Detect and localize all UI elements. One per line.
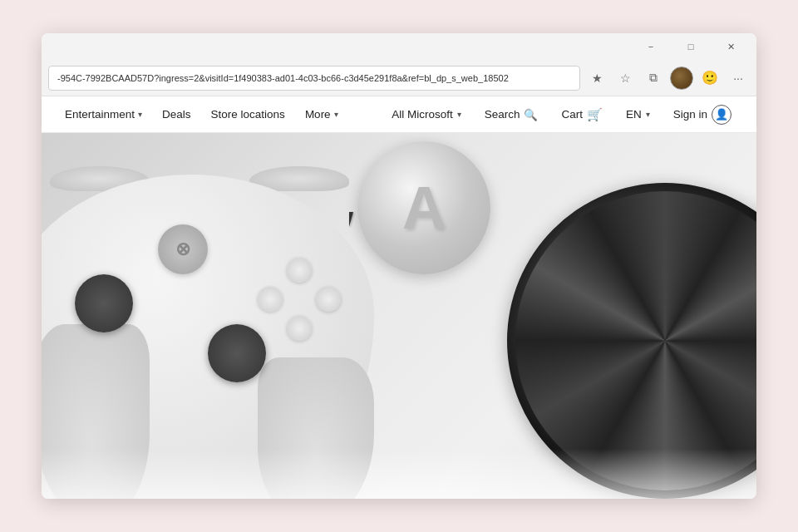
nav-cart[interactable]: Cart 🛒: [549, 96, 614, 133]
screenshot-icon[interactable]: ⧉: [642, 66, 665, 90]
controller-y-button: [287, 258, 312, 283]
all-microsoft-chevron-icon: ▾: [457, 110, 461, 119]
nav-deals[interactable]: Deals: [152, 96, 201, 133]
hero-section: A ⊗: [42, 133, 756, 499]
nav-sign-in[interactable]: Sign in 👤: [662, 96, 743, 133]
nav-left: Entertainment ▾ Deals Store locations Mo…: [55, 96, 380, 133]
xbox-center-button: ⊗: [158, 224, 208, 274]
nav-right: All Microsoft ▾ Search 🔍 Cart 🛒 EN ▾ Sig…: [380, 96, 743, 133]
controller-a-button: [287, 316, 312, 341]
address-bar: -954C-7992BCAAD57D?ingress=2&visitId=1f4…: [42, 60, 756, 96]
content-area: A ⊗: [42, 133, 756, 499]
favorites-icon[interactable]: ★: [585, 66, 608, 90]
close-button[interactable]: ✕: [712, 33, 750, 60]
nav-language[interactable]: EN ▾: [614, 96, 662, 133]
title-bar: − □ ✕: [42, 33, 756, 60]
cart-icon: 🛒: [587, 107, 603, 122]
profile-avatar[interactable]: [670, 66, 693, 90]
entertainment-chevron-icon: ▾: [138, 110, 142, 119]
thumbstick-left: [75, 274, 133, 332]
settings-more-icon[interactable]: ···: [727, 66, 750, 90]
reading-list-icon[interactable]: ☆: [613, 66, 637, 90]
minimize-button[interactable]: −: [632, 33, 670, 60]
nav-search[interactable]: Search 🔍: [473, 96, 550, 133]
controller-b-button: [316, 287, 341, 312]
nav-bar: Entertainment ▾ Deals Store locations Mo…: [42, 96, 756, 133]
browser-window: − □ ✕ -954C-7992BCAAD57D?ingress=2&visit…: [42, 33, 756, 499]
url-text: -954C-7992BCAAD57D?ingress=2&visitId=1f4…: [57, 73, 509, 83]
abxy-button-cluster: [258, 258, 341, 341]
more-chevron-icon: ▾: [334, 110, 338, 119]
nav-more[interactable]: More ▾: [295, 96, 348, 133]
search-icon: 🔍: [524, 108, 538, 121]
controller-body: ⊗: [42, 133, 391, 499]
language-chevron-icon: ▾: [646, 110, 650, 119]
controller-x-button: [258, 287, 283, 312]
nav-entertainment[interactable]: Entertainment ▾: [55, 96, 152, 133]
person-icon: 👤: [712, 105, 732, 125]
bottom-fade: [42, 449, 756, 499]
maximize-button[interactable]: □: [672, 33, 710, 60]
url-input[interactable]: -954C-7992BCAAD57D?ingress=2&visitId=1f4…: [48, 66, 580, 91]
nav-store-locations[interactable]: Store locations: [201, 96, 295, 133]
nav-all-microsoft[interactable]: All Microsoft ▾: [380, 96, 473, 133]
emoji-icon[interactable]: 🙂: [698, 66, 722, 90]
